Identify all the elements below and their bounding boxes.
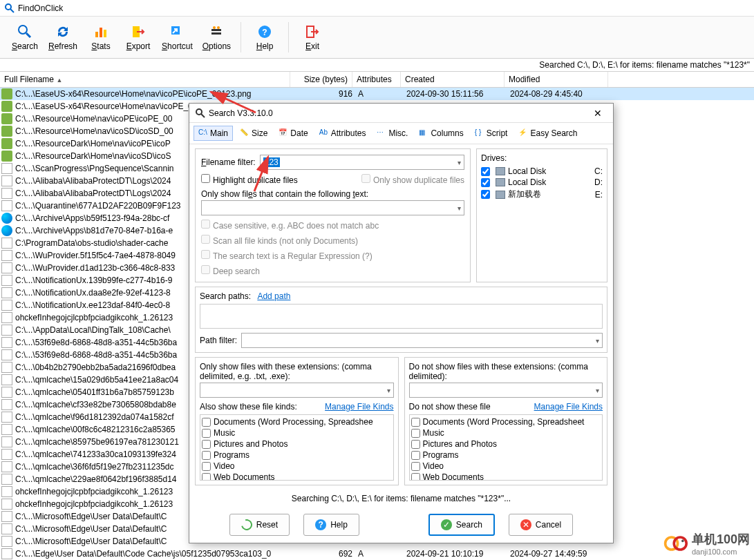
doc-file-icon [1,399,12,410]
dialog-titlebar[interactable]: Search V3.3.10.0 ✕ [189,104,613,123]
tab-script[interactable]: { }Script [471,126,512,140]
col-modified[interactable]: Modified [505,72,608,87]
drive-icon [496,191,505,199]
highlight-duplicates-checkbox[interactable]: Highlight duplicate files [201,174,298,185]
only-duplicates-checkbox: Only show duplicate files [361,174,464,185]
only-extensions-panel: Only show files with these extensions: (… [195,357,399,485]
col-size[interactable]: Size (bytes) [290,72,352,87]
not-kinds-list[interactable]: Documents (Word Processing, SpreadsheetM… [409,414,603,481]
doc-file-icon [1,362,12,373]
drive-E[interactable]: 新加载卷E: [481,188,603,201]
refresh-button[interactable]: Refresh [44,19,82,55]
titlebar: FindOnClick [0,0,754,17]
col-attributes[interactable]: Attributes [352,72,401,87]
deep-search-checkbox: Deep search [201,265,464,276]
manage-kinds-link-1[interactable]: Manage File Kinds [325,402,393,412]
drive-icon [496,167,505,175]
svg-point-15 [196,109,202,115]
svg-line-3 [26,33,30,37]
kind-programs[interactable]: Programs [411,450,601,461]
png-file-icon [1,88,12,99]
watermark-logo [663,531,688,556]
svg-line-1 [10,9,14,12]
tab-columns[interactable]: ▦Columns [415,126,467,140]
table-header: Full Filename ▲ Size (bytes) Attributes … [0,72,754,88]
kind-music[interactable]: Music [202,427,392,438]
exit-button[interactable]: Exit [294,19,330,55]
svg-point-20 [674,537,686,550]
kind-video[interactable]: Video [411,461,601,472]
drive-icon [496,178,505,186]
kind-documents[interactable]: Documents (Word Processing, Spreadshee [202,416,392,427]
only-ext-input[interactable] [200,383,394,398]
add-path-link[interactable]: Add path [257,291,290,301]
not-ext-input[interactable] [409,383,603,398]
kind-pictures[interactable]: Pictures and Photos [202,438,392,450]
drives-label: Drives: [481,153,603,163]
doc-file-icon [1,250,12,261]
not-ext-label: Do not show files with these extensions:… [409,362,603,381]
kind-web[interactable]: Web Documents [202,472,392,481]
doc-file-icon [1,337,12,348]
help-button[interactable]: ?Help [303,514,359,536]
cancel-button[interactable]: ✕Cancel [509,514,573,536]
also-kinds-list[interactable]: Documents (Word Processing, SpreadsheeMu… [200,414,394,481]
search-paths-list[interactable] [200,304,603,329]
tab-date[interactable]: 📅Date [274,126,312,140]
export-button[interactable]: Export [120,19,156,55]
main-toolbar: SearchRefreshStatsExportShortcutOptions?… [0,17,754,59]
table-row[interactable]: C:\...\Edge\User Data\Default\Code Cache… [0,548,754,560]
drive-C[interactable]: Local DiskC: [481,166,603,177]
contain-text-input[interactable] [201,200,464,215]
status-strip: Searched C:\, D:\, E:\ for items: filena… [0,59,754,72]
drives-panel: Drives: Local DiskC:Local DiskD:新加载卷E: [476,148,607,282]
search-paths-label: Search paths: [200,291,251,301]
path-filter-input[interactable] [241,333,603,348]
not-kinds-label: Do not show these file [409,402,491,412]
options-button[interactable]: Options [198,19,235,55]
doc-file-icon [1,412,12,423]
doc-file-icon [1,499,12,510]
doc-file-icon [1,175,12,186]
table-row[interactable]: C:\...\EaseUS-x64\Resource\Home\nav\icoP… [0,88,754,100]
tab-attributes[interactable]: AbAttributes [315,126,370,140]
stats-button[interactable]: Stats [83,19,119,55]
reset-button[interactable]: Reset [229,514,290,536]
tab-size[interactable]: 📏Size [236,126,272,140]
col-filename[interactable]: Full Filename ▲ [0,72,290,87]
search-button[interactable]: ✓Search [428,514,495,536]
help-button[interactable]: ?Help [247,19,283,55]
search-button[interactable]: Search [7,19,43,55]
svg-text:?: ? [262,28,267,37]
doc-file-icon [1,349,12,360]
svg-line-16 [201,114,205,117]
kind-music[interactable]: Music [411,427,601,438]
col-created[interactable]: Created [401,72,505,87]
svg-point-11 [217,26,220,29]
drive-D[interactable]: Local DiskD: [481,177,603,188]
filter-panel: Filename filter: 123 Highlight duplicate… [195,148,471,282]
doc-file-icon [1,275,12,286]
svg-rect-5 [100,28,102,37]
doc-file-icon [1,325,12,336]
tab-misc-[interactable]: ⋯Misc. [373,126,412,140]
kind-documents[interactable]: Documents (Word Processing, Spreadsheet [411,416,601,427]
manage-kinds-link-2[interactable]: Manage File Kinds [534,402,603,412]
case-sensitive-checkbox: Case sensitive, e.g. ABC does not match … [201,220,464,231]
kind-web[interactable]: Web Documents [411,472,601,481]
doc-file-icon [1,474,12,485]
doc-file-icon [1,312,12,323]
kind-pictures[interactable]: Pictures and Photos [411,438,601,450]
shortcut-button[interactable]: Shortcut [158,19,197,55]
kind-video[interactable]: Video [202,461,392,472]
scan-all-kinds-checkbox: Scan all file kinds (not only Documents) [201,235,464,246]
tab-easy-search[interactable]: ⚡Easy Search [514,126,581,140]
tab-main[interactable]: C:\Main [194,126,233,141]
close-button[interactable]: ✕ [588,106,607,120]
svg-point-10 [213,26,216,29]
kind-programs[interactable]: Programs [202,450,392,461]
doc-file-icon [1,262,12,273]
png-file-icon [1,101,12,112]
filename-filter-input[interactable]: 123 [260,155,464,170]
watermark: 单机100网 danji100.com [663,531,750,556]
